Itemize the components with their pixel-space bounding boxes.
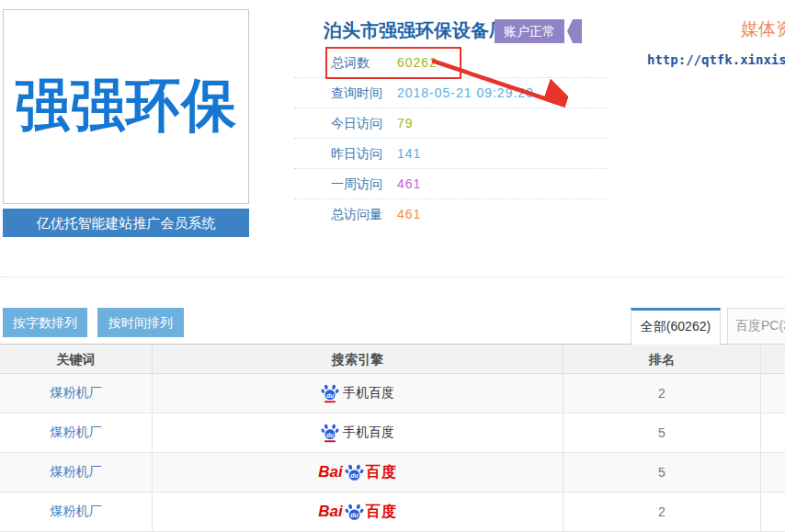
keyword-link[interactable]: 煤粉机厂 [51, 385, 102, 402]
media-label: 媒体资 [741, 17, 785, 41]
status-badge-ribbon-icon [567, 19, 582, 43]
stat-label: 查询时间 [331, 78, 393, 108]
page: 强强环保 亿优托智能建站推广会员系统 泊头市强强环保设备厂 账户正常 媒体资 h… [0, 0, 785, 532]
baidu-logo-text: Bai [318, 463, 342, 481]
member-system-banner: 亿优托智能建站推广会员系统 [3, 209, 249, 237]
stat-row-yesterday-visits: 昨日访问 141 [294, 139, 607, 169]
keyword-rank-table: 关键词 搜索引擎 排名 煤粉机厂 du [0, 344, 785, 532]
stat-value: 461 [397, 176, 421, 191]
extra-cell [761, 413, 785, 452]
stat-label: 总访问量 [331, 199, 393, 230]
engine-label: 手机百度 [343, 385, 394, 402]
stat-value: 141 [397, 146, 421, 161]
stat-label: 一周访问 [331, 169, 393, 199]
svg-text:du: du [350, 472, 358, 479]
section-divider [0, 277, 785, 277]
stat-label: 总词数 [331, 48, 393, 78]
status-badge-label: 账户正常 [495, 19, 564, 43]
svg-text:du: du [350, 512, 358, 518]
baidu-logo-text: Bai [318, 503, 342, 521]
sort-by-wordcount-button[interactable]: 按字数排列 [3, 308, 87, 337]
logo-text: 强强环保 [15, 67, 237, 145]
table-header-row: 关键词 搜索引擎 排名 [0, 344, 785, 374]
sort-by-time-button[interactable]: 按时间排列 [97, 308, 184, 337]
table-row: 煤粉机厂 du 手机百度 [0, 374, 785, 413]
stat-row-total-visits: 总访问量 461 [294, 199, 607, 230]
keyword-link[interactable]: 煤粉机厂 [51, 504, 102, 520]
column-header-keyword: 关键词 [0, 345, 153, 374]
stat-value: 79 [397, 116, 414, 130]
keyword-link[interactable]: 煤粉机厂 [51, 464, 102, 481]
baidu-paw-icon: du [345, 463, 364, 482]
stat-row-query-time: 查询时间 2018-05-21 09:29:20 [294, 78, 607, 108]
extra-cell [761, 374, 785, 413]
tab-baidu-pc[interactable]: 百度PC(30 [727, 308, 785, 345]
stat-value: 461 [397, 207, 421, 221]
table-row: 煤粉机厂 du 手机百度 [0, 413, 785, 453]
stat-label: 昨日访问 [331, 139, 393, 169]
table-row: 煤粉机厂 Bai du 百度 [0, 492, 785, 532]
stat-value: 2018-05-21 09:29:20 [397, 85, 534, 100]
site-url-link[interactable]: http://qtfk.xinxisea. [647, 52, 785, 67]
stat-row-today-visits: 今日访问 79 [294, 108, 607, 139]
rank-value: 5 [563, 453, 761, 492]
baidu-logo-text: 百度 [366, 463, 397, 482]
page-title: 泊头市强强环保设备厂 [324, 18, 507, 43]
stat-row-week-visits: 一周访问 461 [294, 169, 607, 199]
baidu-paw-icon: du [345, 503, 364, 522]
baidu-mobile-icon: du [321, 383, 339, 403]
column-header-engine: 搜索引擎 [153, 345, 563, 374]
column-header-rank: 排名 [563, 345, 761, 374]
engine-cell: Bai du 百度 [318, 463, 396, 482]
rank-value: 5 [563, 413, 761, 452]
table-row: 煤粉机厂 Bai du 百度 [0, 453, 785, 492]
engine-label: 手机百度 [343, 424, 394, 441]
svg-text:du: du [326, 392, 334, 399]
extra-cell [761, 492, 785, 531]
engine-cell: du 手机百度 [321, 423, 394, 443]
rank-value: 2 [563, 374, 761, 413]
company-logo: 强强环保 [3, 9, 249, 204]
engine-cell: du 手机百度 [321, 383, 394, 403]
status-badge: 账户正常 [495, 19, 582, 43]
extra-cell [761, 453, 785, 492]
stat-label: 今日访问 [331, 108, 393, 139]
baidu-mobile-icon: du [321, 423, 339, 443]
stat-value: 60262 [397, 55, 438, 70]
tab-all-engines[interactable]: 全部(60262) [631, 308, 721, 345]
engine-cell: Bai du 百度 [318, 503, 396, 522]
baidu-logo-text: 百度 [366, 503, 397, 522]
column-header-extra [761, 345, 785, 374]
keyword-link[interactable]: 煤粉机厂 [51, 424, 102, 441]
stats-panel: 总词数 60262 查询时间 2018-05-21 09:29:20 今日访问 … [294, 48, 607, 230]
stat-row-total-words: 总词数 60262 [294, 48, 607, 78]
svg-text:du: du [326, 432, 334, 438]
rank-value: 2 [563, 492, 761, 531]
